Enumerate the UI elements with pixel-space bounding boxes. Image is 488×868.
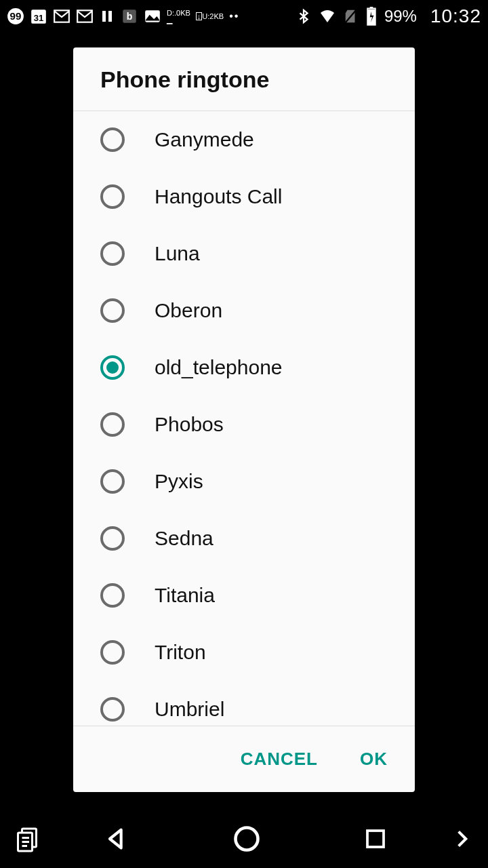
mail-icon [53,7,70,25]
wifi-icon [318,8,337,24]
svg-text:b: b [127,11,133,22]
ringtone-option[interactable]: old_telephone [73,339,415,396]
svg-rect-7 [108,11,112,22]
bluetooth-icon [296,7,311,25]
svg-text:99: 99 [10,10,22,22]
svg-rect-21 [367,831,384,847]
ringtone-option-label: old_telephone [155,356,283,379]
svg-text:31: 31 [34,13,43,23]
radio-icon [100,298,125,323]
radio-icon [100,697,125,722]
recents-button[interactable] [363,827,388,851]
home-button[interactable] [232,824,262,854]
ringtone-option-label: Titania [155,584,215,607]
battery-percent: 99% [384,7,417,26]
ringtone-option[interactable]: Pyxis [73,453,415,510]
pause-icon [99,8,115,24]
status-system: 99% 10:32 [296,5,481,27]
svg-rect-6 [102,11,106,22]
radio-icon [100,355,125,380]
ringtone-option-label: Pyxis [155,470,203,493]
quote-icon: 99 [7,7,24,25]
radio-icon [100,583,125,608]
ringtone-option[interactable]: Triton [73,624,415,681]
ringtone-option-label: Hangouts Call [155,185,282,208]
image-icon [144,7,161,25]
dialog-actions: CANCEL OK [73,726,415,792]
ringtone-option-label: Phobos [155,413,224,436]
svg-point-20 [236,828,258,850]
ok-button[interactable]: OK [360,749,388,770]
app-b-icon: b [121,7,138,25]
no-sim-icon [344,7,359,25]
dialog-title: Phone ringtone [73,47,415,111]
cancel-button[interactable]: CANCEL [241,749,318,770]
ringtone-option[interactable]: Oberon [73,282,415,339]
ringtone-option-label: Umbriel [155,698,224,721]
radio-icon [100,241,125,266]
ringtone-option[interactable]: Titania [73,567,415,624]
ringtone-option[interactable]: Luna [73,225,415,282]
back-button[interactable] [103,825,130,852]
svg-rect-13 [370,7,373,8]
ringtone-list[interactable]: GanymedeHangouts CallLunaOberonold_telep… [73,111,415,726]
ringtone-option[interactable]: Phobos [73,396,415,453]
ringtone-option[interactable]: Hangouts Call [73,168,415,225]
clock: 10:32 [430,5,481,27]
ringtone-option-label: Triton [155,641,206,664]
chevron-right-icon[interactable] [451,825,473,852]
upload-speed-icon: ↓ U:2KB [196,12,224,20]
ringtone-option-label: Ganymede [155,128,254,151]
radio-icon [100,526,125,551]
status-notifications: 99 31 b D:.0KB▁ ↓ U:2KB •• [7,7,239,25]
ringtone-option-label: Oberon [155,299,222,322]
ringtone-option[interactable]: Sedna [73,510,415,567]
radio-icon [100,412,125,437]
navigation-bar [0,810,488,868]
calendar-icon: 31 [30,7,47,25]
ringtone-option[interactable]: Umbriel [73,681,415,726]
radio-icon [100,640,125,665]
battery-charging-icon [365,7,378,26]
ringtone-dialog: Phone ringtone GanymedeHangouts CallLuna… [73,47,415,792]
more-icon: •• [229,10,239,22]
ringtone-option-label: Luna [155,242,200,265]
download-speed-icon: D:.0KB▁ [167,9,190,23]
ringtone-option-label: Sedna [155,527,214,550]
radio-icon [100,127,125,152]
radio-icon [100,469,125,494]
radio-icon [100,184,125,209]
ringtone-option[interactable]: Ganymede [73,111,415,168]
status-bar: 99 31 b D:.0KB▁ ↓ U:2KB •• [0,0,488,33]
mail-icon [76,7,94,25]
clipboard-icon[interactable] [15,825,39,852]
